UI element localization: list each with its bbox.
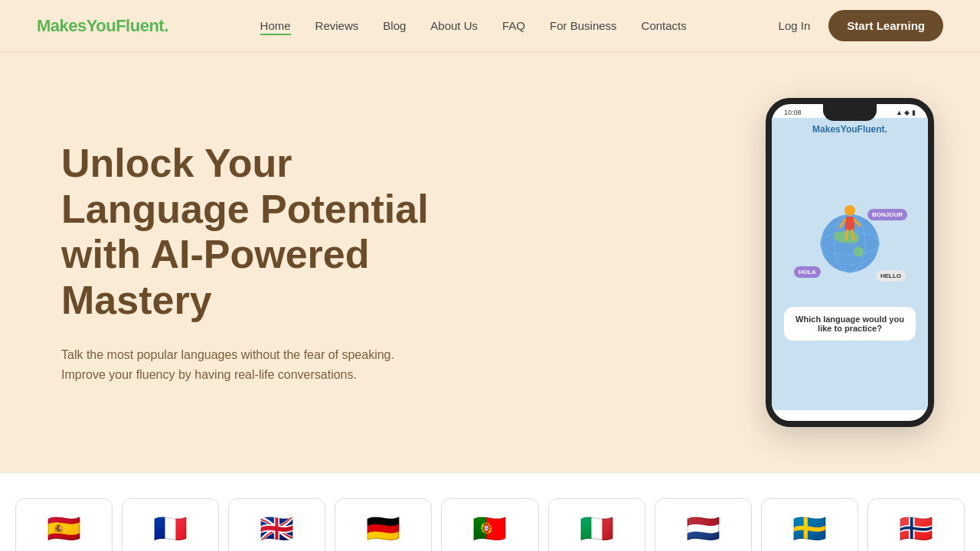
nav-right: Log In Start Learning — [779, 10, 943, 41]
hero-section: Unlock Your Language Potential with AI-P… — [0, 52, 980, 473]
flag-french: 🇫🇷 — [153, 513, 188, 545]
nav-links: Home Reviews Blog About Us FAQ For Busin… — [260, 19, 687, 33]
nav-about[interactable]: About Us — [430, 19, 478, 32]
lang-card-norwegian[interactable]: 🇳🇴 NORWEGIAN — [867, 498, 965, 551]
svg-rect-5 — [845, 217, 854, 230]
flag-swedish: 🇸🇪 — [792, 513, 827, 545]
nav-home[interactable]: Home — [260, 19, 291, 35]
hero-subtitle: Talk the most popular languages without … — [61, 345, 429, 384]
phone-mockup: 10:08 ▲ ◆ ▮ MakesYouFluent. — [735, 98, 919, 427]
lang-card-french[interactable]: 🇫🇷 FRENCH — [122, 498, 219, 551]
phone-notch — [823, 104, 877, 121]
svg-line-9 — [852, 230, 854, 240]
lang-card-portuguese[interactable]: 🇵🇹 PORTUGUESE — [441, 498, 538, 551]
lang-card-spanish[interactable]: 🇪🇸 SPANISH — [15, 498, 113, 551]
phone-screen: MakesYouFluent. — [772, 118, 928, 410]
speech-bubble-hola: HOLA — [794, 266, 821, 278]
globe-area: BONJOUR HOLA HELLO — [800, 201, 900, 301]
nav-business[interactable]: For Business — [550, 19, 617, 32]
brand-logo[interactable]: MakesYouFluent. — [37, 16, 168, 36]
lang-card-english[interactable]: 🇬🇧 ENGLISH — [228, 498, 325, 551]
login-link[interactable]: Log In — [779, 19, 811, 32]
speech-bubble-hello: HELLO — [876, 270, 906, 282]
phone-icons: ▲ ◆ ▮ — [896, 109, 916, 116]
phone-illustration: BONJOUR HOLA HELLO Which language would … — [772, 138, 928, 410]
flag-portuguese: 🇵🇹 — [472, 513, 507, 545]
phone-time: 10:08 — [784, 109, 802, 116]
speech-bubble-bonjour: BONJOUR — [867, 209, 907, 220]
flag-dutch: 🇳🇱 — [686, 513, 720, 545]
navbar: MakesYouFluent. Home Reviews Blog About … — [0, 0, 980, 52]
nav-faq[interactable]: FAQ — [502, 19, 525, 32]
lang-card-swedish[interactable]: 🇸🇪 SWEDISH — [761, 498, 858, 551]
svg-line-7 — [854, 220, 860, 226]
flag-english: 🇬🇧 — [260, 513, 294, 545]
flag-norwegian: 🇳🇴 — [899, 513, 933, 545]
svg-point-4 — [844, 205, 855, 216]
flag-german: 🇩🇪 — [366, 513, 400, 545]
phone-question: Which language would you like to practic… — [784, 307, 916, 341]
hero-text-block: Unlock Your Language Potential with AI-P… — [61, 141, 490, 384]
flag-spanish: 🇪🇸 — [47, 513, 81, 545]
lang-card-dutch[interactable]: 🇳🇱 DUTCH — [655, 498, 752, 551]
person-svg — [838, 204, 861, 243]
hero-title: Unlock Your Language Potential with AI-P… — [61, 141, 490, 324]
nav-blog[interactable]: Blog — [383, 19, 406, 32]
svg-line-6 — [840, 220, 845, 227]
lang-card-italian[interactable]: 🇮🇹 ITALIAN — [548, 498, 645, 551]
svg-line-8 — [846, 230, 848, 240]
languages-strip: 🇪🇸 SPANISH 🇫🇷 FRENCH 🇬🇧 ENGLISH 🇩🇪 GERMA… — [0, 473, 980, 551]
flag-italian: 🇮🇹 — [580, 513, 614, 545]
lang-card-german[interactable]: 🇩🇪 GERMAN — [335, 498, 432, 551]
start-learning-button[interactable]: Start Learning — [828, 10, 943, 41]
nav-reviews[interactable]: Reviews — [315, 19, 359, 32]
nav-contacts[interactable]: Contacts — [642, 19, 687, 32]
phone-frame: 10:08 ▲ ◆ ▮ MakesYouFluent. — [766, 98, 934, 427]
